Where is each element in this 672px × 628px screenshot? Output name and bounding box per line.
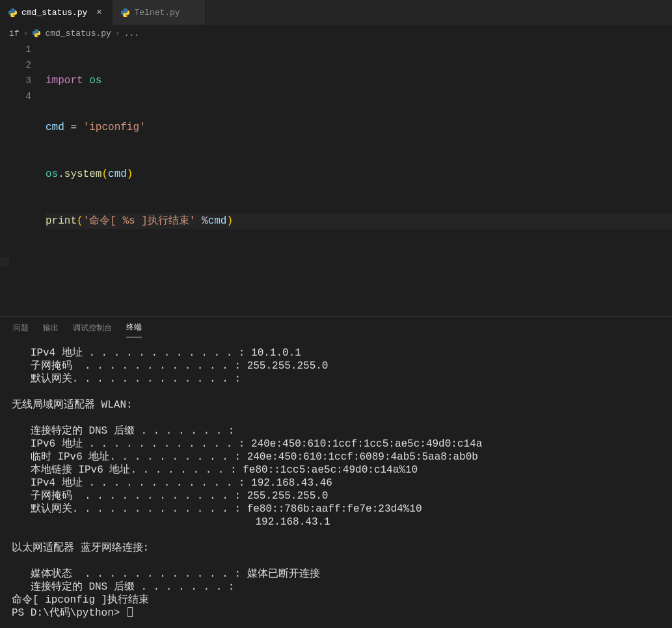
chevron-right-icon: › — [115, 29, 120, 38]
sidebar-sliver — [0, 257, 9, 267]
tab-telnet[interactable]: Telnet.py × — [113, 0, 205, 25]
bottom-panel: 问题 输出 调试控制台 终端 IPv4 地址 . . . . . . . . .… — [0, 316, 672, 628]
close-icon[interactable]: × — [94, 7, 104, 18]
string: 'ipconfig' — [83, 122, 146, 133]
code-area[interactable]: import os cmd = 'ipconfig' os.system(cmd… — [46, 42, 672, 260]
module: os — [46, 168, 58, 180]
string: '命令[ %s ]执行结束' — [83, 215, 196, 227]
line-number: 1 — [0, 42, 31, 57]
chevron-right-icon: › — [23, 29, 29, 38]
operator: % — [202, 215, 208, 227]
terminal-cursor — [128, 607, 133, 617]
argument: cmd — [208, 215, 227, 227]
panel-tab-terminal[interactable]: 终端 — [126, 318, 142, 337]
python-icon — [120, 8, 130, 18]
terminal[interactable]: IPv4 地址 . . . . . . . . . . . . : 10.1.0… — [0, 339, 672, 628]
code-editor[interactable]: 1 2 3 4 import os cmd = 'ipconfig' os.sy… — [0, 42, 672, 260]
breadcrumb-root[interactable]: if — [9, 29, 20, 38]
paren: ) — [226, 215, 233, 227]
tab-cmd-status[interactable]: cmd_status.py × — [0, 0, 113, 25]
paren: ) — [127, 168, 133, 180]
python-icon — [8, 8, 18, 18]
line-number: 3 — [0, 73, 31, 88]
argument: cmd — [108, 168, 127, 180]
panel-tab-problems[interactable]: 问题 — [13, 319, 29, 337]
dot: . — [58, 168, 64, 180]
paren: ( — [101, 168, 108, 180]
function: system — [64, 168, 102, 180]
panel-tabs: 问题 输出 调试控制台 终端 — [0, 317, 672, 339]
function: print — [46, 215, 77, 227]
editor-blank[interactable] — [0, 260, 672, 316]
python-icon — [32, 29, 41, 38]
panel-tab-debug-console[interactable]: 调试控制台 — [73, 319, 112, 337]
tab-label: cmd_status.py — [21, 8, 87, 18]
tabs-bar: cmd_status.py × Telnet.py × — [0, 0, 672, 25]
breadcrumb: if › cmd_status.py › ... — [0, 25, 672, 42]
module: os — [83, 75, 102, 86]
breadcrumb-tail[interactable]: ... — [124, 29, 139, 38]
line-number: 4 — [0, 88, 31, 104]
paren: ( — [77, 215, 83, 227]
tab-label: Telnet.py — [134, 8, 180, 18]
keyword: import — [46, 75, 83, 86]
terminal-prompt: PS D:\代码\python> — [12, 607, 126, 619]
line-gutter: 1 2 3 4 — [0, 42, 46, 104]
space — [195, 215, 202, 227]
line-number: 2 — [0, 57, 31, 73]
operator: = — [64, 122, 83, 133]
breadcrumb-file[interactable]: cmd_status.py — [45, 29, 111, 38]
panel-tab-output[interactable]: 输出 — [43, 319, 59, 337]
variable: cmd — [46, 122, 64, 133]
